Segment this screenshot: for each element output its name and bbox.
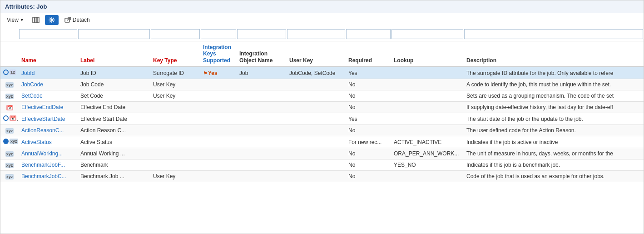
- row-keytype: User Key: [150, 79, 200, 90]
- row-intkeys: [200, 125, 237, 136]
- filter-required[interactable]: [346, 29, 391, 39]
- row-name: ActionReasonC...: [19, 125, 78, 136]
- table-row[interactable]: 12JobIdJob IDSurrogate ID⚑YesJobJobCode,…: [0, 67, 644, 79]
- table-row[interactable]: xyzActiveStatusActive StatusFor new rec.…: [0, 136, 644, 148]
- row-icon-cell: xyz: [0, 159, 19, 171]
- col-header-keytype[interactable]: Key Type: [150, 41, 200, 67]
- row-icon-cell: xyz: [0, 90, 19, 102]
- row-intobjname: [237, 90, 287, 102]
- circle-icon: [3, 115, 9, 121]
- view-label: View: [7, 17, 19, 23]
- row-label: Benchmark Job ...: [78, 171, 150, 182]
- row-lookup: ACTIVE_INACTIVE: [391, 136, 464, 148]
- filter-label[interactable]: [78, 29, 150, 39]
- filter-intkeys[interactable]: [201, 29, 236, 39]
- manage-columns-button[interactable]: [30, 15, 42, 25]
- col-header-intobjname[interactable]: IntegrationObject Name: [237, 41, 287, 67]
- table-container: Name Label Key Type IntegrationKeysSuppo…: [0, 41, 644, 234]
- freeze-button[interactable]: [45, 15, 59, 25]
- row-name: JobCode: [19, 79, 78, 90]
- row-name: AnnualWorking...: [19, 148, 78, 159]
- row-lookup: YES_NO: [391, 159, 464, 171]
- row-intkeys: [200, 90, 237, 102]
- row-required: No: [346, 125, 391, 136]
- table-row[interactable]: xyzSetCodeSet CodeUser KeyNoSets are use…: [0, 90, 644, 102]
- col-header-lookup[interactable]: Lookup: [391, 41, 464, 67]
- cal-icon: 📅: [6, 105, 13, 110]
- flag-icon: ⚑: [203, 70, 208, 76]
- num-icon: 12: [10, 70, 16, 75]
- row-intkeys: [200, 171, 237, 182]
- row-userkey: [287, 148, 346, 159]
- row-intkeys: [200, 159, 237, 171]
- row-keytype: Surrogate ID: [150, 67, 200, 79]
- detach-button[interactable]: Detach: [61, 15, 93, 25]
- row-required: Yes: [346, 67, 391, 79]
- row-intobjname: [237, 79, 287, 90]
- svg-rect-1: [35, 17, 37, 23]
- page-title: Attributes: Job: [5, 3, 47, 10]
- row-keytype: [150, 125, 200, 136]
- row-lookup: [391, 67, 464, 79]
- col-header-name[interactable]: Name: [19, 41, 78, 67]
- col-header-label[interactable]: Label: [78, 41, 150, 67]
- filter-intobjname[interactable]: [237, 29, 286, 39]
- row-intkeys: ⚑Yes: [200, 67, 237, 79]
- manage-columns-icon: [32, 16, 40, 24]
- row-description: Sets are used as a grouping mechanism. T…: [464, 90, 644, 102]
- row-keytype: [150, 148, 200, 159]
- col-header-description[interactable]: Description: [464, 41, 644, 67]
- row-userkey: [287, 136, 346, 148]
- xyz-icon: xyz: [5, 128, 14, 134]
- row-icon-cell: xyz: [0, 79, 19, 90]
- table-row[interactable]: xyzBenchmarkJobF...BenchmarkNoYES_NOIndi…: [0, 159, 644, 171]
- row-description: Indicates if this job is a benchmark job…: [464, 159, 644, 171]
- freeze-icon: [48, 16, 55, 24]
- filter-lookup[interactable]: [391, 29, 463, 39]
- row-intobjname: Job: [237, 67, 287, 79]
- row-name: BenchmarkJobF...: [19, 159, 78, 171]
- row-description: Code of the job that is used as an examp…: [464, 171, 644, 182]
- xyz-icon: xyz: [5, 163, 14, 168]
- row-intobjname: [237, 113, 287, 125]
- row-keytype: [150, 113, 200, 125]
- col-header-required[interactable]: Required: [346, 41, 391, 67]
- table-row[interactable]: xyzActionReasonC...Action Reason C...NoT…: [0, 125, 644, 136]
- xyz-icon: xyz: [5, 151, 14, 157]
- table-row[interactable]: xyzJobCodeJob CodeUser KeyNoA code to id…: [0, 79, 644, 90]
- row-required: No: [346, 90, 391, 102]
- row-icon-cell: 📅: [0, 102, 19, 113]
- table-row[interactable]: 📅EffectiveStartDateEffective Start DateY…: [0, 113, 644, 125]
- filter-userkey[interactable]: [287, 29, 345, 39]
- table-row[interactable]: xyzAnnualWorking...Annual Working ...NoO…: [0, 148, 644, 159]
- row-lookup: [391, 90, 464, 102]
- row-label: Effective Start Date: [78, 113, 150, 125]
- filter-name[interactable]: [19, 29, 77, 39]
- attributes-table: Name Label Key Type IntegrationKeysSuppo…: [0, 41, 644, 182]
- row-keytype: [150, 159, 200, 171]
- row-name: JobId: [19, 67, 78, 79]
- table-row[interactable]: 📅EffectiveEndDateEffective End DateNoIf …: [0, 102, 644, 113]
- row-lookup: ORA_PER_ANN_WORK...: [391, 148, 464, 159]
- col-header-userkey[interactable]: User Key: [287, 41, 346, 67]
- page-wrapper: Attributes: Job View ▼: [0, 0, 644, 234]
- table-row[interactable]: xyzBenchmarkJobC...Benchmark Job ...User…: [0, 171, 644, 182]
- row-lookup: [391, 102, 464, 113]
- filter-description[interactable]: [464, 29, 643, 39]
- row-description: If supplying date-effective history, the…: [464, 102, 644, 113]
- filter-keytype[interactable]: [151, 29, 200, 39]
- view-button[interactable]: View ▼: [4, 16, 27, 24]
- col-header-intkeys[interactable]: IntegrationKeysSupported: [200, 41, 237, 67]
- detach-icon: [64, 16, 71, 24]
- circle-filled-icon: [3, 139, 9, 144]
- row-userkey: [287, 159, 346, 171]
- row-icon-cell: 12: [0, 67, 19, 79]
- row-intkeys: [200, 102, 237, 113]
- xyz-icon: xyz: [10, 139, 18, 144]
- filter-row: [0, 27, 644, 41]
- row-name: EffectiveEndDate: [19, 102, 78, 113]
- row-intobjname: [237, 102, 287, 113]
- row-description: The user defined code for the Action Rea…: [464, 125, 644, 136]
- svg-line-8: [67, 17, 70, 20]
- circle-icon: [3, 70, 9, 75]
